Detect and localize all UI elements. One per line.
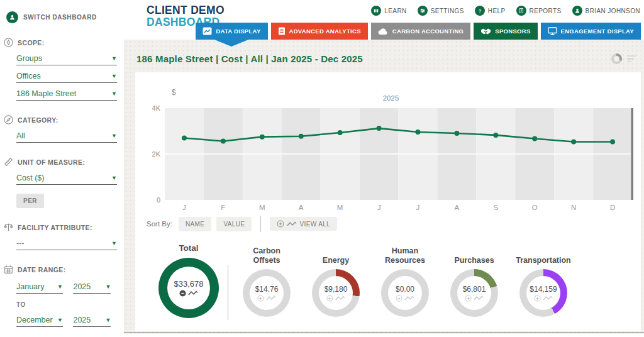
plus-circle-icon <box>534 295 541 302</box>
donut-col-transportation: Transportation $14,159 <box>509 245 578 317</box>
donut-view-icon[interactable] <box>611 53 622 64</box>
bar-view-icon[interactable] <box>627 55 636 63</box>
svg-text:J: J <box>377 204 381 211</box>
trend-line-icon <box>287 221 297 227</box>
tab-data-display[interactable]: DATA DISPLAY <box>196 23 267 40</box>
svg-text:J: J <box>416 204 420 211</box>
from-year-dropdown[interactable]: 2025▼ <box>73 282 111 294</box>
scale-icon <box>3 222 14 233</box>
trend-line-icon <box>543 296 553 301</box>
sidebar: SWITCH DASHBOARD SCOPE: Groups▼ Offices▼… <box>0 0 124 333</box>
scope-section: SCOPE: Groups▼ Offices▼ 186 Maple Street… <box>0 37 124 101</box>
category-label-row: CATEGORY: <box>3 114 124 125</box>
line-chart-icon <box>203 27 212 35</box>
tab-engagement-display[interactable]: ENGAGEMENT DISPLAY <box>541 23 641 40</box>
sort-name-button[interactable]: NAME <box>179 217 212 231</box>
svg-text:M: M <box>337 204 343 211</box>
monitor-icon <box>548 27 557 35</box>
donut-col-total: Total $33,678 <box>151 237 226 318</box>
sort-value-button[interactable]: VALUE <box>216 217 252 231</box>
facility-label-row: FACILITY ATTRIBUTE: <box>3 222 124 233</box>
donut-col-human-resources: Human Resources $0.00 <box>370 245 440 317</box>
svg-text:O: O <box>532 204 538 211</box>
nav-reports[interactable]: REPORTS <box>516 6 562 16</box>
category-dropdown[interactable]: All▼ <box>16 131 117 143</box>
svg-text:S: S <box>493 204 498 211</box>
scope-site-dropdown[interactable]: 186 Maple Street▼ <box>16 89 117 101</box>
donut-value: $6,801 <box>463 285 486 294</box>
facility-label: FACILITY ATTRIBUTE: <box>18 224 92 231</box>
chevron-down-icon: ▼ <box>111 91 117 97</box>
from-month-dropdown[interactable]: January▼ <box>16 282 63 294</box>
app-window: SWITCH DASHBOARD SCOPE: Groups▼ Offices▼… <box>0 0 644 333</box>
chevron-down-icon: ▼ <box>106 284 111 290</box>
scope-office-dropdown[interactable]: Offices▼ <box>16 72 117 83</box>
handshake-icon <box>480 28 491 35</box>
chevron-down-icon: ▼ <box>111 55 117 62</box>
svg-text:J: J <box>182 204 186 211</box>
nav-settings[interactable]: SETTINGS <box>418 6 464 16</box>
book-icon <box>371 6 381 16</box>
trend-line-icon <box>404 296 414 301</box>
tab-sponsors[interactable]: SPONSORS <box>474 23 537 40</box>
svg-text:$: $ <box>172 88 176 97</box>
plus-circle-icon <box>396 295 402 302</box>
minus-circle-icon <box>179 290 186 297</box>
top-nav: LEARN SETTINGS ? HELP REPORTS <box>371 6 640 16</box>
to-year-dropdown[interactable]: 2025▼ <box>73 316 111 327</box>
view-toggle-icons <box>611 53 636 64</box>
donut-carbon-offsets[interactable]: $14.76 <box>243 269 291 317</box>
donut-total[interactable]: $33,678 <box>158 258 219 318</box>
tab-advanced-analytics[interactable]: ADVANCED ANALYTICS <box>271 23 368 40</box>
donut-transportation[interactable]: $14,159 <box>519 269 567 317</box>
donut-label: Energy <box>301 245 370 265</box>
donut-human-resources[interactable]: $0.00 <box>381 269 429 317</box>
chevron-down-icon: ▼ <box>106 317 111 323</box>
question-icon: ? <box>475 6 485 16</box>
person-icon <box>6 11 18 23</box>
unit-label-row: UNIT OF MEASURE: <box>3 157 124 167</box>
donut-energy[interactable]: $9,180 <box>312 269 360 317</box>
expand-trend-icons <box>326 295 345 302</box>
svg-text:A: A <box>299 204 304 211</box>
chevron-down-icon: ▼ <box>111 73 117 79</box>
donut-value: $0.00 <box>396 285 414 294</box>
tab-carbon-accounting[interactable]: CARBON ACCOUNTING <box>371 23 470 40</box>
report-icon <box>516 6 526 16</box>
ruler-icon <box>3 157 14 167</box>
nav-help[interactable]: ? HELP <box>475 6 506 16</box>
to-month-dropdown[interactable]: December▼ <box>16 316 63 327</box>
unit-label: UNIT OF MEASURE: <box>18 158 85 166</box>
title-row: 186 Maple Street | Cost | All | Jan 2025… <box>136 53 636 64</box>
calendar-icon <box>3 264 14 275</box>
donut-value: $14.76 <box>255 285 279 294</box>
monthly-cost-line-chart[interactable]: 02K4K$2025JFMAMJJASOND <box>135 72 638 214</box>
per-button[interactable]: PER <box>16 194 44 208</box>
svg-text:2025: 2025 <box>383 94 399 102</box>
date-range-label: DATE RANGE: <box>18 266 66 273</box>
view-all-button[interactable]: VIEW ALL <box>270 217 337 231</box>
nav-user[interactable]: BRIAN JOHNSON <box>572 6 640 16</box>
svg-text:M: M <box>259 204 265 211</box>
svg-text:4K: 4K <box>152 104 161 112</box>
switch-dashboard-button[interactable]: SWITCH DASHBOARD <box>6 11 124 23</box>
nav-learn[interactable]: LEARN <box>371 6 406 16</box>
unit-dropdown[interactable]: Cost ($)▼ <box>16 174 117 185</box>
trend-line-icon <box>335 296 345 301</box>
plus-circle-icon <box>257 295 264 302</box>
donut-label: Human Resources <box>370 245 440 265</box>
plus-circle-icon <box>465 295 472 302</box>
donut-value: $33,678 <box>174 279 204 289</box>
facility-dropdown[interactable]: ---▼ <box>16 239 117 250</box>
donut-label: Purchases <box>440 245 509 265</box>
donut-purchases[interactable]: $6,801 <box>450 269 498 317</box>
donut-col-purchases: Purchases $6,801 <box>440 245 509 317</box>
sort-row: Sort By: NAME VALUE VIEW ALL <box>147 216 337 232</box>
cloud-icon <box>378 28 389 35</box>
scope-group-dropdown[interactable]: Groups▼ <box>16 54 117 65</box>
date-range-label-row: DATE RANGE: <box>3 264 124 275</box>
category-label: CATEGORY: <box>18 116 58 124</box>
chevron-down-icon: ▼ <box>57 317 63 323</box>
date-to-row: December▼ 2025▼ <box>16 309 124 327</box>
date-from-row: January▼ 2025▼ <box>16 276 124 294</box>
